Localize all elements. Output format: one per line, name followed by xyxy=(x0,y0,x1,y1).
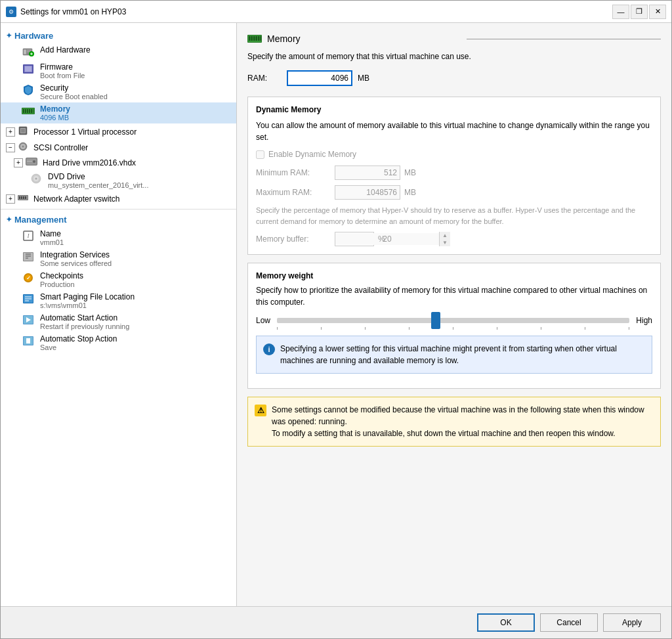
network-expand[interactable] xyxy=(6,194,15,204)
svg-rect-27 xyxy=(27,161,32,162)
auto-start-name: Automatic Start Action xyxy=(40,313,129,322)
firmware-name: Firmware xyxy=(40,62,85,72)
sidebar-item-smart-paging[interactable]: Smart Paging File Location s:\vms\vmm01 xyxy=(1,290,236,311)
svg-rect-17 xyxy=(33,109,33,113)
smart-paging-name: Smart Paging File Location xyxy=(40,292,135,301)
sidebar-item-integration[interactable]: Integration Services Some services offer… xyxy=(1,248,236,269)
sidebar-item-checkpoints[interactable]: ✓ Checkpoints Production xyxy=(1,269,236,290)
sidebar-item-name[interactable]: I Name vmm01 xyxy=(1,227,236,248)
min-ram-input[interactable] xyxy=(335,165,400,180)
buffer-description: Specify the percentage of memory that Hy… xyxy=(256,205,652,227)
hard-drive-content: Hard Drive vmm2016.vhdx xyxy=(43,158,136,167)
min-ram-row: Minimum RAM: MB xyxy=(256,165,652,180)
memory-weight-desc: Specify how to prioritize the availabili… xyxy=(256,284,652,308)
panel-title-icon xyxy=(247,33,262,44)
svg-rect-33 xyxy=(19,196,20,199)
svg-rect-34 xyxy=(21,196,22,199)
memory-icon xyxy=(22,104,35,118)
processor-expand[interactable] xyxy=(6,127,15,137)
network-sub: vswitch xyxy=(94,194,119,204)
minimize-button[interactable]: — xyxy=(612,5,629,19)
svg-rect-13 xyxy=(25,109,26,113)
svg-rect-65 xyxy=(261,36,262,41)
checkpoints-content: Checkpoints Production xyxy=(40,271,83,288)
dynamic-memory-desc: You can allow the amount of memory avail… xyxy=(256,120,652,143)
ok-button[interactable]: OK xyxy=(477,613,535,632)
svg-text:✓: ✓ xyxy=(26,275,31,281)
info-text: Specifying a lower setting for this virt… xyxy=(280,343,645,366)
max-ram-label: Maximum RAM: xyxy=(256,188,335,197)
close-button[interactable]: ✕ xyxy=(649,5,666,19)
scsi-expand[interactable] xyxy=(6,143,15,152)
sidebar-item-auto-stop[interactable]: Automatic Stop Action Save xyxy=(1,332,236,353)
security-content: Security Secure Boot enabled xyxy=(40,83,108,100)
svg-rect-1 xyxy=(24,50,26,55)
network-icon xyxy=(18,193,28,204)
max-ram-input[interactable] xyxy=(335,185,400,200)
sidebar-item-auto-start[interactable]: Automatic Start Action Restart if previo… xyxy=(1,311,236,332)
firmware-content: Firmware Boot from File xyxy=(40,62,85,79)
buffer-up-arrow[interactable]: ▲ xyxy=(440,232,450,239)
scsi-content: SCSI Controller xyxy=(33,143,88,152)
hardware-expand-icon: ✦ xyxy=(6,32,12,40)
network-content: Network Adapter vswitch xyxy=(33,194,119,204)
integration-name: Integration Services xyxy=(40,250,112,259)
memory-content: Memory 4096 MB xyxy=(40,104,70,121)
maximize-button[interactable]: ❒ xyxy=(631,5,648,19)
window-controls: — ❒ ✕ xyxy=(612,5,666,19)
sidebar-item-processor[interactable]: Processor 1 Virtual processor xyxy=(1,123,236,140)
buffer-label: Memory buffer: xyxy=(256,234,335,244)
buffer-down-arrow[interactable]: ▼ xyxy=(440,239,450,246)
svg-rect-63 xyxy=(256,36,258,41)
sidebar-item-network[interactable]: Network Adapter vswitch xyxy=(1,191,236,206)
name-sub: vmm01 xyxy=(40,238,64,246)
svg-rect-12 xyxy=(23,109,24,113)
panel-title: Memory xyxy=(267,33,461,44)
auto-start-content: Automatic Start Action Restart if previo… xyxy=(40,313,129,330)
auto-start-icon xyxy=(22,313,35,326)
memory-weight-title: Memory weight xyxy=(256,271,652,280)
add-hardware-content: Add Hardware xyxy=(40,45,91,55)
svg-text:I: I xyxy=(27,233,30,239)
sidebar-item-memory[interactable]: Memory 4096 MB xyxy=(1,102,236,123)
slider-track[interactable] xyxy=(277,318,629,323)
hardware-label: Hardware xyxy=(14,31,53,41)
sidebar-item-security[interactable]: Security Secure Boot enabled xyxy=(1,81,236,102)
buffer-spinner[interactable]: ▲ ▼ xyxy=(335,232,374,246)
sidebar-item-dvd[interactable]: DVD Drive mu_system_center_2016_virt... xyxy=(1,170,236,191)
ram-row: RAM: MB xyxy=(247,70,661,86)
auto-start-sub: Restart if previously running xyxy=(40,322,129,330)
ram-input[interactable] xyxy=(287,70,352,86)
sidebar-item-hard-drive[interactable]: Hard Drive vmm2016.vhdx xyxy=(1,155,236,170)
apply-button[interactable]: Apply xyxy=(603,613,661,632)
memory-weight-box: Memory weight Specify how to prioritize … xyxy=(247,263,661,389)
cancel-button[interactable]: Cancel xyxy=(540,613,598,632)
ram-unit: MB xyxy=(358,74,369,83)
management-expand-icon: ✦ xyxy=(6,215,12,224)
panel-title-line xyxy=(467,39,661,39)
smart-paging-sub: s:\vms\vmm01 xyxy=(40,301,135,309)
sidebar-item-firmware[interactable]: Firmware Boot from File xyxy=(1,60,236,81)
hard-drive-name: Hard Drive xyxy=(43,158,80,167)
smart-paging-content: Smart Paging File Location s:\vms\vmm01 xyxy=(40,292,135,309)
add-hardware-icon xyxy=(22,45,35,58)
warning-box: ⚠ Some settings cannot be modified becau… xyxy=(247,397,661,447)
info-box: i Specifying a lower setting for this vi… xyxy=(256,336,652,374)
memory-description: Specify the amount of memory that this v… xyxy=(247,52,661,61)
dvd-icon xyxy=(30,172,43,185)
enable-dynamic-memory-checkbox[interactable] xyxy=(256,150,264,159)
memory-sub: 4096 MB xyxy=(40,114,70,121)
security-sub: Secure Boot enabled xyxy=(40,93,108,100)
sidebar-item-scsi[interactable]: SCSI Controller xyxy=(1,140,236,155)
max-ram-unit: MB xyxy=(404,188,416,197)
svg-rect-60 xyxy=(249,36,251,41)
checkpoints-sub: Production xyxy=(40,280,83,288)
svg-point-30 xyxy=(35,178,37,180)
dynamic-memory-box: Dynamic Memory You can allow the amount … xyxy=(247,97,661,255)
buffer-value[interactable] xyxy=(335,233,439,245)
sidebar-item-add-hardware[interactable]: Add Hardware xyxy=(1,43,236,60)
enable-dynamic-memory-row: Enable Dynamic Memory xyxy=(256,150,652,159)
add-hardware-name: Add Hardware xyxy=(40,45,91,55)
integration-content: Integration Services Some services offer… xyxy=(40,250,112,267)
hard-drive-expand[interactable] xyxy=(14,158,23,167)
